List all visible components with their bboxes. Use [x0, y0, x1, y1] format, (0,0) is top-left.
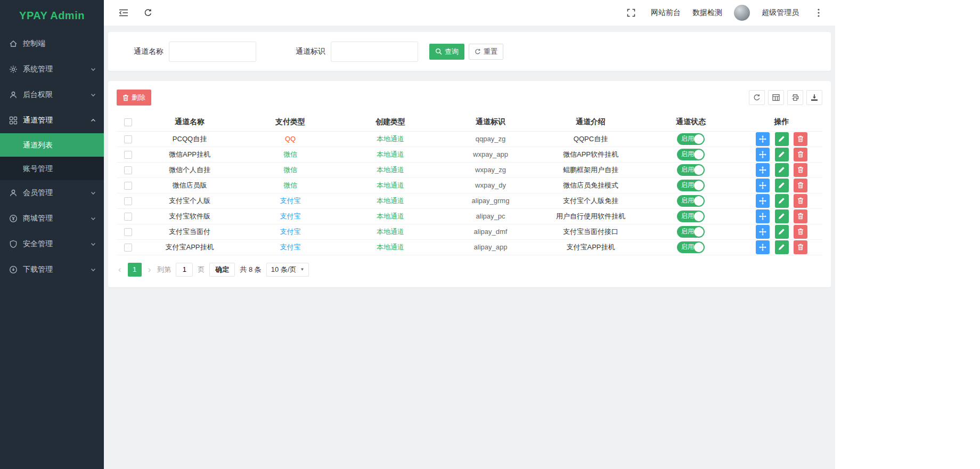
- delete-row-button[interactable]: [794, 148, 807, 161]
- row-checkbox[interactable]: [124, 135, 132, 143]
- collapse-menu-icon: [119, 9, 128, 17]
- edit-button[interactable]: [775, 132, 789, 146]
- more-menu-button[interactable]: [811, 5, 827, 21]
- sidebar-item-console[interactable]: 控制端: [0, 31, 104, 56]
- goto-prefix-label: 到第: [157, 265, 171, 274]
- edit-button[interactable]: [775, 163, 789, 177]
- move-button[interactable]: [756, 209, 770, 223]
- cell-channel-code: alipay_dmf: [440, 224, 541, 239]
- toggle-knob: [694, 196, 704, 206]
- status-toggle[interactable]: 启用: [677, 226, 705, 238]
- cell-create-type: 本地通道: [340, 162, 440, 177]
- sidebar-item-label: 后台权限: [23, 90, 90, 100]
- prev-page-button[interactable]: ‹: [117, 265, 123, 274]
- delete-row-button[interactable]: [794, 194, 807, 208]
- page-number-button[interactable]: 1: [128, 263, 142, 277]
- column-header-channel-status: 通道状态: [641, 113, 741, 131]
- reset-button[interactable]: 重置: [469, 44, 503, 60]
- username[interactable]: 超级管理员: [762, 8, 799, 18]
- nav-link-site-front[interactable]: 网站前台: [651, 8, 681, 18]
- channel-table-card: 删除: [108, 81, 831, 287]
- toggle-knob: [694, 227, 704, 237]
- sidebar-subitem-label: 通道列表: [23, 141, 53, 149]
- table-header-row: 通道名称 支付类型 创建类型 通道标识 通道介绍 通道状态 操作: [117, 113, 822, 131]
- sidebar-item-members[interactable]: 会员管理: [0, 180, 104, 206]
- edit-button[interactable]: [775, 209, 789, 223]
- status-toggle[interactable]: 启用: [677, 164, 705, 176]
- collapse-sidebar-button[interactable]: [116, 5, 132, 21]
- delete-row-button[interactable]: [794, 132, 807, 146]
- refresh-page-button[interactable]: [140, 5, 156, 21]
- delete-row-button[interactable]: [794, 179, 807, 192]
- top-header: 网站前台 数据检测 超级管理员: [104, 0, 835, 26]
- channel-code-input[interactable]: [331, 42, 418, 62]
- row-checkbox[interactable]: [124, 166, 132, 174]
- page-size-select[interactable]: 10 条/页 ▼: [266, 263, 309, 277]
- row-checkbox[interactable]: [124, 151, 132, 159]
- reset-button-label: 重置: [484, 47, 497, 56]
- user-avatar[interactable]: [734, 5, 750, 21]
- edit-button[interactable]: [775, 148, 789, 161]
- edit-button[interactable]: [775, 240, 789, 254]
- sidebar-item-channels[interactable]: 通道管理: [0, 108, 104, 133]
- sidebar-item-channel-list[interactable]: 通道列表: [0, 133, 104, 157]
- row-checkbox[interactable]: [124, 228, 132, 236]
- fullscreen-button[interactable]: [623, 5, 639, 21]
- user-icon: [9, 189, 18, 197]
- status-toggle[interactable]: 启用: [677, 133, 705, 145]
- cell-channel-intro: 支付宝APP挂机: [541, 239, 641, 255]
- filter-columns-button[interactable]: [768, 90, 784, 105]
- channel-name-input[interactable]: [169, 42, 256, 62]
- status-toggle[interactable]: 启用: [677, 195, 705, 207]
- move-button[interactable]: [756, 240, 770, 254]
- toggle-knob: [694, 134, 704, 144]
- print-button[interactable]: [787, 90, 803, 105]
- select-all-checkbox[interactable]: [124, 118, 132, 126]
- goto-page-input[interactable]: [176, 263, 193, 277]
- page-size-value: 10 条/页: [271, 265, 297, 274]
- row-checkbox[interactable]: [124, 244, 132, 252]
- bulk-delete-button[interactable]: 删除: [117, 90, 151, 106]
- delete-row-button[interactable]: [794, 209, 807, 223]
- next-page-button[interactable]: ›: [146, 265, 153, 274]
- cell-channel-code: wxpay_app: [440, 147, 541, 162]
- move-button[interactable]: [756, 132, 770, 146]
- status-toggle[interactable]: 启用: [677, 149, 705, 160]
- move-button[interactable]: [756, 163, 770, 177]
- trash-icon: [797, 244, 804, 250]
- cell-channel-code: wxpay_zg: [440, 162, 541, 177]
- edit-button[interactable]: [775, 179, 789, 192]
- query-button[interactable]: 查询: [429, 44, 464, 60]
- move-button[interactable]: [756, 179, 770, 192]
- row-checkbox[interactable]: [124, 213, 132, 221]
- sidebar-item-security[interactable]: 安全管理: [0, 231, 104, 257]
- download-icon: [9, 265, 18, 274]
- export-button[interactable]: [806, 90, 822, 105]
- bulk-delete-label: 删除: [132, 93, 145, 102]
- row-checkbox[interactable]: [124, 197, 132, 205]
- trash-icon: [797, 135, 804, 142]
- status-toggle[interactable]: 启用: [677, 211, 705, 222]
- delete-row-button[interactable]: [794, 163, 807, 177]
- edit-button[interactable]: [775, 194, 789, 208]
- sidebar-item-permissions[interactable]: 后台权限: [0, 82, 104, 108]
- status-toggle[interactable]: 启用: [677, 241, 705, 253]
- sidebar-item-downloads[interactable]: 下载管理: [0, 257, 104, 282]
- sidebar-item-mall[interactable]: 商城管理: [0, 206, 104, 231]
- edit-button[interactable]: [775, 225, 789, 239]
- delete-row-button[interactable]: [794, 240, 807, 254]
- move-button[interactable]: [756, 148, 770, 161]
- move-button[interactable]: [756, 225, 770, 239]
- column-header-channel-intro: 通道介绍: [541, 113, 641, 131]
- row-checkbox[interactable]: [124, 182, 132, 190]
- sidebar-nav: 控制端 系统管理 后台权限: [0, 31, 104, 282]
- chevron-down-icon: [90, 66, 96, 72]
- confirm-page-button[interactable]: 确定: [209, 263, 235, 277]
- nav-link-data-check[interactable]: 数据检测: [692, 8, 722, 18]
- move-button[interactable]: [756, 194, 770, 208]
- refresh-table-button[interactable]: [749, 90, 765, 105]
- status-toggle[interactable]: 启用: [677, 180, 705, 191]
- delete-row-button[interactable]: [794, 225, 807, 239]
- sidebar-item-account-management[interactable]: 账号管理: [0, 157, 104, 180]
- sidebar-item-system[interactable]: 系统管理: [0, 56, 104, 82]
